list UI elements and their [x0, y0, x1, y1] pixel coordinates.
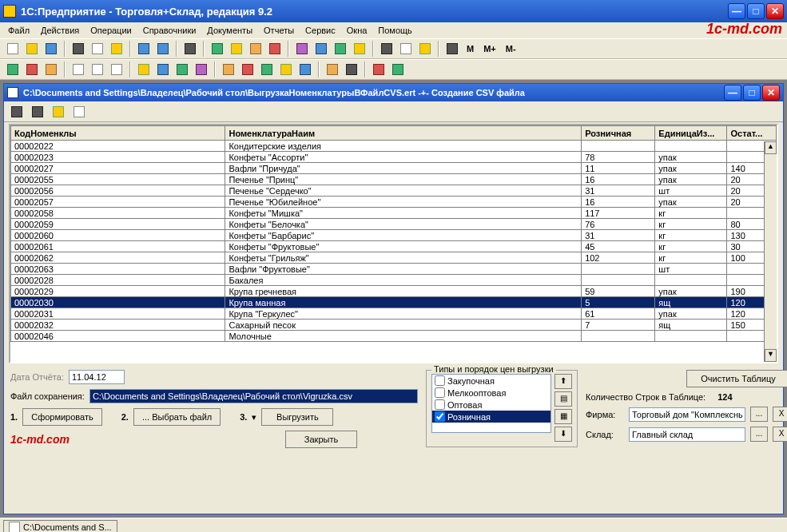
t2-1[interactable]	[5, 62, 21, 77]
table-row[interactable]: 00002062Конфеты "Грильяж"102кг100	[11, 252, 777, 264]
inner-close-button[interactable]: ✕	[762, 85, 780, 101]
firm-pick-button[interactable]: ...	[750, 407, 768, 422]
table-row[interactable]: 00002022Кондитерские изделия	[11, 141, 777, 152]
tb-g[interactable]	[332, 41, 348, 57]
undo-icon[interactable]	[136, 41, 152, 57]
menu-actions[interactable]: Действия	[36, 24, 84, 37]
it-3[interactable]	[50, 104, 66, 120]
price-checkbox[interactable]	[435, 375, 445, 386]
list-icon-1[interactable]: ▤	[554, 391, 572, 407]
table-row[interactable]: 00002058Конфеты "Мишка"117кг	[11, 208, 777, 219]
tb-a[interactable]	[209, 41, 225, 57]
clear-table-button[interactable]: Очистить Таблицу	[686, 370, 787, 387]
t2-16[interactable]	[324, 62, 340, 77]
table-row[interactable]: 00002059Конфеты "Белочка"76кг80	[11, 219, 777, 230]
price-types-list[interactable]: ЗакупочнаяМелкооптоваяОптоваяРозничная	[431, 374, 551, 433]
tb-f[interactable]	[313, 41, 329, 57]
move-down-icon[interactable]: ⬇	[554, 427, 572, 442]
form-button[interactable]: Сформировать	[22, 408, 102, 426]
table-row[interactable]: 00002056Печенье "Сердечко"31шт20	[11, 185, 777, 197]
t2-18[interactable]	[371, 62, 387, 77]
vertical-scrollbar[interactable]: ▲ ▼	[764, 141, 777, 362]
store-pick-button[interactable]: ...	[750, 427, 768, 442]
t2-11[interactable]	[221, 62, 236, 77]
scroll-up-icon[interactable]: ▲	[765, 141, 777, 154]
store-field[interactable]	[629, 427, 745, 442]
price-option[interactable]: Розничная	[432, 411, 551, 423]
t2-13[interactable]	[259, 62, 275, 77]
t2-19[interactable]	[390, 62, 406, 77]
memory-mminus[interactable]: М-	[503, 43, 519, 54]
cursor-icon[interactable]	[71, 104, 87, 120]
menu-help[interactable]: Помощь	[373, 24, 417, 37]
save-icon[interactable]	[43, 41, 59, 57]
cut-icon[interactable]	[70, 41, 86, 57]
memory-m[interactable]: М	[463, 43, 477, 54]
open-icon[interactable]	[24, 41, 40, 57]
menu-windows[interactable]: Окна	[342, 24, 372, 37]
t2-5[interactable]	[89, 62, 105, 77]
col-code[interactable]: КодНоменклы	[11, 126, 225, 141]
t2-9[interactable]	[174, 62, 190, 77]
table-row[interactable]: 00002028Бакалея	[11, 275, 777, 286]
new-icon[interactable]	[5, 41, 21, 57]
tb-d[interactable]	[267, 41, 283, 57]
minimize-button[interactable]: —	[728, 3, 745, 19]
help-icon[interactable]	[417, 41, 433, 57]
price-option[interactable]: Закупочная	[432, 375, 551, 387]
table-row[interactable]: 00002061Конфеты "Фруктовые"45кг30	[11, 241, 777, 252]
t2-7[interactable]	[136, 62, 152, 77]
data-table[interactable]: КодНоменклы НоменклатураНаим Розничная Е…	[9, 124, 778, 363]
redo-icon[interactable]	[155, 41, 171, 57]
table-row[interactable]: 00002029Крупа гречневая59упак190	[11, 286, 777, 297]
maximize-button[interactable]: □	[747, 3, 765, 19]
tb-c[interactable]	[248, 41, 264, 57]
find-icon[interactable]	[182, 41, 198, 57]
firm-clear-button[interactable]: X	[773, 407, 787, 422]
price-option[interactable]: Мелкооптовая	[432, 387, 551, 399]
t2-4[interactable]	[70, 62, 86, 77]
copy-icon[interactable]	[89, 41, 105, 57]
select-file-button[interactable]: ... Выбрать файл	[133, 408, 221, 426]
col-name[interactable]: НоменклатураНаим	[225, 126, 582, 141]
firm-field[interactable]	[629, 407, 745, 422]
price-checkbox[interactable]	[435, 387, 445, 398]
table-row[interactable]: 00002023Конфеты "Ассорти"78упак	[11, 152, 777, 163]
t2-17[interactable]	[344, 62, 360, 77]
t2-14[interactable]	[278, 62, 294, 77]
col-retail[interactable]: Розничная	[582, 126, 655, 141]
menu-service[interactable]: Сервис	[300, 24, 340, 37]
inner-maximize-button[interactable]: □	[743, 85, 761, 101]
t2-6[interactable]	[109, 62, 125, 77]
table-row[interactable]: 00002060Конфеты "Барбарис"31кг130	[11, 230, 777, 241]
menu-refs[interactable]: Справочники	[138, 24, 201, 37]
tb-h[interactable]	[352, 41, 368, 57]
store-clear-button[interactable]: X	[773, 427, 787, 442]
tb-e[interactable]	[294, 41, 310, 57]
export-button[interactable]: Выгрузить	[261, 408, 333, 426]
t2-12[interactable]	[240, 62, 256, 77]
dropdown-arrow-icon[interactable]: ▾	[252, 412, 256, 423]
scroll-down-icon[interactable]: ▼	[765, 349, 777, 362]
t2-8[interactable]	[155, 62, 171, 77]
table-row[interactable]: 00002063Вафли "Фруктовые"шт	[11, 264, 777, 275]
table-row[interactable]: 00002057Печенье "Юбилейное"16упак20	[11, 197, 777, 208]
t2-15[interactable]	[297, 62, 313, 77]
memory-mplus[interactable]: М+	[480, 43, 499, 54]
menu-documents[interactable]: Документы	[202, 24, 257, 37]
move-up-icon[interactable]: ⬆	[554, 374, 572, 389]
col-rest[interactable]: Остат...	[727, 126, 777, 141]
price-checkbox[interactable]	[435, 411, 445, 422]
t2-2[interactable]	[24, 62, 40, 77]
table-row[interactable]: 00002030Крупа манная5ящ120	[11, 297, 777, 308]
paste-icon[interactable]	[109, 41, 125, 57]
inner-minimize-button[interactable]: —	[724, 85, 741, 101]
menu-operations[interactable]: Операции	[85, 24, 136, 37]
t2-10[interactable]	[193, 62, 209, 77]
col-unit[interactable]: ЕдиницаИз...	[655, 126, 727, 141]
book-icon[interactable]	[444, 41, 460, 57]
price-checkbox[interactable]	[435, 399, 445, 410]
task-tab[interactable]: C:\Documents and S...	[3, 520, 117, 533]
it-1[interactable]	[9, 104, 25, 120]
menu-reports[interactable]: Отчеты	[259, 24, 299, 37]
